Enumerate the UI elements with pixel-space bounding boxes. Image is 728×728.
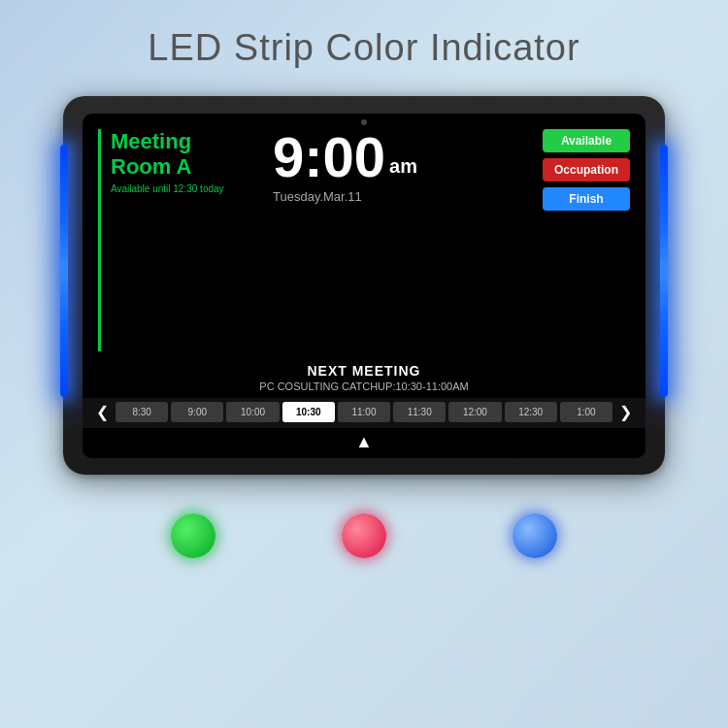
time-slot-3-active[interactable]: 10:30 xyxy=(282,402,335,422)
prev-arrow[interactable]: ❮ xyxy=(92,403,113,421)
timeline-section: ❮ 8:30 9:00 10:00 10:30 11:00 11:30 12:0… xyxy=(83,398,645,428)
page-title: LED Strip Color Indicator xyxy=(148,27,579,69)
meeting-section: NEXT MEETING PC COSULTING CATCHUP:10:30-… xyxy=(83,359,645,398)
color-indicators xyxy=(171,513,557,558)
btn-occupation[interactable]: Occupation xyxy=(543,158,630,182)
time-slot-1[interactable]: 9:00 xyxy=(171,402,223,422)
date-display: Tuesday.Mar.11 xyxy=(273,189,362,204)
screen-top: MeetingRoom A Available until 12:30 toda… xyxy=(83,114,645,359)
time-slot-8[interactable]: 1:00 xyxy=(560,402,612,422)
time-section: 9:00 am Tuesday.Mar.11 xyxy=(253,129,543,351)
home-icon[interactable]: ▲ xyxy=(355,432,373,452)
screen: MeetingRoom A Available until 12:30 toda… xyxy=(83,114,645,458)
led-strip-left xyxy=(60,145,68,397)
device-shell: MeetingRoom A Available until 12:30 toda… xyxy=(63,96,665,475)
time-slot-2[interactable]: 10:00 xyxy=(226,402,279,422)
pink-indicator-dot xyxy=(342,513,386,558)
time-slot-4[interactable]: 11:00 xyxy=(338,402,390,422)
time-main: 9:00 xyxy=(273,129,385,185)
time-slot-0[interactable]: 8:30 xyxy=(116,402,168,422)
room-status: Available until 12:30 today xyxy=(111,183,244,194)
btn-available[interactable]: Available xyxy=(543,129,630,152)
camera-dot xyxy=(361,119,367,125)
meeting-details: PC COSULTING CATCHUP:10:30-11:00AM xyxy=(98,381,630,392)
next-arrow[interactable]: ❯ xyxy=(615,403,636,421)
time-slot-5[interactable]: 11:30 xyxy=(393,402,446,422)
bottom-indicator: ▲ xyxy=(83,428,645,458)
led-strip-right xyxy=(660,145,668,397)
blue-indicator-dot xyxy=(513,513,557,558)
time-slot-6[interactable]: 12:00 xyxy=(448,402,501,422)
btn-finish[interactable]: Finish xyxy=(543,187,630,211)
next-meeting-label: NEXT MEETING xyxy=(98,363,630,379)
room-name: MeetingRoom A xyxy=(111,129,244,181)
time-slot-7[interactable]: 12:30 xyxy=(505,402,557,422)
status-buttons: Available Occupation Finish xyxy=(543,129,630,351)
time-display: 9:00 am xyxy=(273,129,417,185)
time-ampm: am xyxy=(389,155,417,178)
green-indicator-dot xyxy=(171,513,215,558)
room-info: MeetingRoom A Available until 12:30 toda… xyxy=(98,129,253,351)
